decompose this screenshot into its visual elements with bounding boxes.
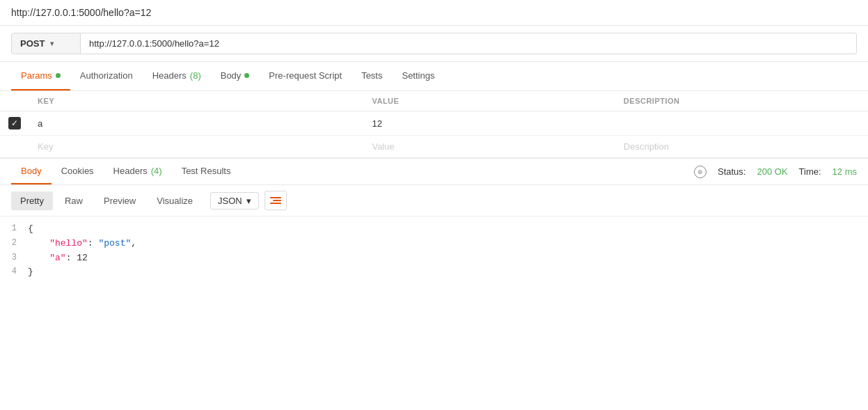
- placeholder-key[interactable]: Key: [29, 136, 363, 158]
- tab-params-label: Params: [21, 70, 52, 81]
- row-value[interactable]: 12: [363, 111, 615, 136]
- code-content-1: {: [28, 222, 868, 237]
- code-content-3: "a": 12: [28, 251, 868, 266]
- method-select[interactable]: POST ▾: [11, 33, 81, 54]
- tab-settings-label: Settings: [402, 70, 434, 81]
- resp-tab-headers-label: Headers: [113, 166, 148, 176]
- tab-body[interactable]: Body: [211, 62, 260, 90]
- col-header-check: [0, 91, 29, 111]
- params-section: KEY VALUE DESCRIPTION a 12 Key: [0, 91, 868, 158]
- body-dot: [244, 73, 249, 78]
- status-value: 200 OK: [757, 166, 787, 177]
- request-tabs: Params Authorization Headers (8) Body Pr…: [0, 62, 868, 91]
- format-raw[interactable]: Raw: [56, 191, 92, 210]
- code-line-4: 4 }: [0, 265, 868, 280]
- params-dot: [56, 73, 61, 78]
- placeholder-check: [0, 136, 29, 158]
- code-content-2: "hello": "post",: [28, 237, 868, 251]
- page-url-title: http://127.0.0.1:5000/hello?a=12: [11, 7, 151, 18]
- val-12: 12: [77, 253, 88, 263]
- response-tabs: Body Cookies Headers (4) Test Results: [11, 159, 694, 184]
- table-row: a 12: [0, 111, 868, 136]
- key-a: "a": [49, 253, 65, 263]
- tab-tests[interactable]: Tests: [352, 62, 392, 90]
- globe-icon: ⊕: [694, 166, 707, 178]
- format-pretty[interactable]: Pretty: [11, 191, 53, 210]
- time-label: Time:: [799, 166, 821, 177]
- tab-tests-label: Tests: [361, 70, 382, 81]
- response-tabs-row: Body Cookies Headers (4) Test Results ⊕ …: [0, 159, 868, 185]
- wrap-icon: [270, 197, 281, 204]
- tab-params[interactable]: Params: [11, 62, 70, 90]
- url-input[interactable]: [81, 33, 857, 54]
- status-row: ⊕ Status: 200 OK Time: 12 ms: [694, 166, 857, 178]
- brace-open: {: [28, 223, 33, 234]
- placeholder-description[interactable]: Description: [615, 136, 868, 158]
- row-key[interactable]: a: [29, 111, 363, 136]
- language-label: JSON: [218, 196, 242, 206]
- wrap-button[interactable]: [265, 191, 287, 210]
- tab-headers[interactable]: Headers (8): [143, 62, 211, 90]
- row-checkbox[interactable]: [8, 117, 21, 129]
- time-value: 12 ms: [833, 166, 857, 177]
- colon-2: :: [66, 253, 77, 263]
- params-table: KEY VALUE DESCRIPTION a 12 Key: [0, 91, 868, 158]
- resp-tab-body-label: Body: [21, 166, 42, 176]
- method-label: POST: [20, 38, 45, 49]
- code-line-3: 3 "a": 12: [0, 251, 868, 266]
- format-preview[interactable]: Preview: [95, 191, 145, 210]
- key-hello: "hello": [49, 238, 88, 249]
- response-section: Body Cookies Headers (4) Test Results ⊕ …: [0, 158, 868, 285]
- placeholder-value[interactable]: Value: [363, 136, 615, 158]
- val-post: "post": [98, 238, 131, 249]
- headers-badge: (8): [190, 70, 201, 81]
- resp-tab-body[interactable]: Body: [11, 159, 52, 184]
- tab-body-label: Body: [221, 70, 242, 81]
- line-num-2: 2: [0, 237, 28, 250]
- tab-settings[interactable]: Settings: [392, 62, 444, 90]
- tab-pre-request-label: Pre-request Script: [269, 70, 342, 81]
- status-label: Status:: [718, 166, 745, 177]
- format-visualize[interactable]: Visualize: [148, 191, 202, 210]
- line-num-3: 3: [0, 251, 28, 265]
- resp-tab-cookies-label: Cookies: [61, 166, 94, 176]
- resp-tab-cookies[interactable]: Cookies: [52, 159, 104, 184]
- row-description[interactable]: [615, 111, 868, 136]
- line-num-1: 1: [0, 222, 28, 235]
- language-chevron: ▾: [246, 196, 251, 206]
- col-header-value: VALUE: [363, 91, 615, 111]
- brace-close: }: [28, 267, 33, 277]
- col-header-key: KEY: [29, 91, 363, 111]
- code-line-2: 2 "hello": "post",: [0, 237, 868, 251]
- url-bar: POST ▾: [0, 26, 868, 62]
- code-content-4: }: [28, 265, 868, 280]
- tab-authorization[interactable]: Authorization: [70, 62, 143, 90]
- resp-tab-test-results-label: Test Results: [182, 166, 231, 176]
- resp-tab-headers[interactable]: Headers (4): [104, 159, 172, 184]
- code-line-1: 1 {: [0, 222, 868, 237]
- line-num-4: 4: [0, 265, 28, 278]
- body-format-bar: Pretty Raw Preview Visualize JSON ▾: [0, 185, 868, 216]
- table-row-placeholder: Key Value Description: [0, 136, 868, 158]
- code-area: 1 { 2 "hello": "post", 3 "a": 12 4 }: [0, 216, 868, 285]
- resp-headers-badge: (4): [151, 166, 162, 176]
- colon-1: :: [88, 238, 99, 249]
- tab-authorization-label: Authorization: [80, 70, 133, 81]
- row-checkbox-cell: [0, 111, 29, 136]
- method-chevron: ▾: [50, 40, 54, 47]
- language-select[interactable]: JSON ▾: [210, 192, 259, 210]
- tab-pre-request[interactable]: Pre-request Script: [259, 62, 352, 90]
- col-header-description: DESCRIPTION: [615, 91, 868, 111]
- resp-tab-test-results[interactable]: Test Results: [172, 159, 241, 184]
- title-bar: http://127.0.0.1:5000/hello?a=12: [0, 0, 868, 26]
- tab-headers-label: Headers: [152, 70, 187, 81]
